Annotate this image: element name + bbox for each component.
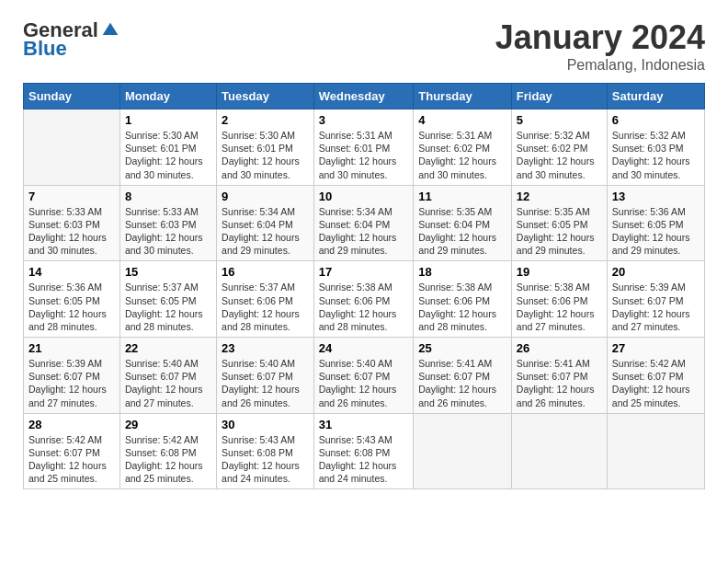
day-info: Sunrise: 5:36 AMSunset: 6:05 PMDaylight:… (612, 205, 700, 258)
day-info: Sunrise: 5:34 AMSunset: 6:04 PMDaylight:… (222, 205, 309, 258)
day-number: 10 (319, 190, 409, 203)
day-info: Sunrise: 5:43 AMSunset: 6:08 PMDaylight:… (319, 433, 409, 486)
day-cell: 18Sunrise: 5:38 AMSunset: 6:06 PMDayligh… (414, 261, 512, 338)
day-info: Sunrise: 5:38 AMSunset: 6:06 PMDaylight:… (418, 281, 506, 333)
day-number: 6 (612, 113, 700, 127)
day-cell: 25Sunrise: 5:41 AMSunset: 6:07 PMDayligh… (414, 338, 512, 414)
day-info: Sunrise: 5:33 AMSunset: 6:03 PMDaylight:… (28, 205, 115, 258)
week-row-3: 14Sunrise: 5:36 AMSunset: 6:05 PMDayligh… (24, 261, 705, 338)
day-cell: 14Sunrise: 5:36 AMSunset: 6:05 PMDayligh… (24, 261, 120, 338)
day-cell: 29Sunrise: 5:42 AMSunset: 6:08 PMDayligh… (119, 413, 216, 489)
day-number: 22 (125, 341, 211, 355)
day-cell: 28Sunrise: 5:42 AMSunset: 6:07 PMDayligh… (24, 413, 120, 489)
day-cell: 6Sunrise: 5:32 AMSunset: 6:03 PMDaylight… (607, 109, 704, 186)
svg-marker-0 (103, 23, 119, 35)
day-cell: 17Sunrise: 5:38 AMSunset: 6:06 PMDayligh… (313, 261, 414, 338)
day-cell: 22Sunrise: 5:40 AMSunset: 6:07 PMDayligh… (119, 338, 216, 414)
header-sunday: Sunday (24, 84, 120, 109)
day-number: 31 (319, 418, 409, 431)
day-info: Sunrise: 5:40 AMSunset: 6:07 PMDaylight:… (319, 357, 409, 409)
month-title: January 2024 (495, 18, 705, 57)
day-number: 9 (222, 190, 309, 203)
day-cell (414, 413, 512, 489)
day-number: 2 (222, 113, 309, 127)
page-header: General Blue January 2024 Pemalang, Indo… (23, 18, 705, 74)
day-cell: 31Sunrise: 5:43 AMSunset: 6:08 PMDayligh… (313, 413, 414, 489)
location: Pemalang, Indonesia (495, 57, 705, 74)
day-info: Sunrise: 5:35 AMSunset: 6:04 PMDaylight:… (418, 205, 506, 258)
day-info: Sunrise: 5:34 AMSunset: 6:04 PMDaylight:… (319, 205, 409, 258)
day-info: Sunrise: 5:42 AMSunset: 6:08 PMDaylight:… (125, 433, 211, 486)
day-cell: 3Sunrise: 5:31 AMSunset: 6:01 PMDaylight… (313, 109, 414, 186)
day-cell: 7Sunrise: 5:33 AMSunset: 6:03 PMDaylight… (24, 185, 120, 261)
header-friday: Friday (511, 84, 607, 109)
header-wednesday: Wednesday (313, 84, 414, 109)
day-info: Sunrise: 5:39 AMSunset: 6:07 PMDaylight:… (612, 281, 700, 333)
day-cell: 21Sunrise: 5:39 AMSunset: 6:07 PMDayligh… (24, 338, 120, 414)
day-number: 3 (319, 113, 409, 127)
day-number: 15 (125, 265, 211, 279)
day-info: Sunrise: 5:39 AMSunset: 6:07 PMDaylight:… (28, 357, 115, 409)
day-cell: 5Sunrise: 5:32 AMSunset: 6:02 PMDaylight… (511, 109, 607, 186)
week-row-1: 1Sunrise: 5:30 AMSunset: 6:01 PMDaylight… (24, 109, 705, 186)
week-row-5: 28Sunrise: 5:42 AMSunset: 6:07 PMDayligh… (24, 413, 705, 489)
title-block: January 2024 Pemalang, Indonesia (495, 18, 705, 74)
day-info: Sunrise: 5:38 AMSunset: 6:06 PMDaylight:… (517, 281, 602, 333)
day-cell: 24Sunrise: 5:40 AMSunset: 6:07 PMDayligh… (313, 338, 414, 414)
day-number: 17 (319, 265, 409, 279)
day-info: Sunrise: 5:35 AMSunset: 6:05 PMDaylight:… (517, 205, 602, 258)
day-number: 19 (517, 265, 602, 279)
day-info: Sunrise: 5:31 AMSunset: 6:01 PMDaylight:… (319, 129, 409, 181)
day-info: Sunrise: 5:32 AMSunset: 6:02 PMDaylight:… (517, 129, 602, 181)
day-number: 14 (28, 265, 115, 279)
day-number: 28 (28, 418, 115, 431)
day-info: Sunrise: 5:41 AMSunset: 6:07 PMDaylight:… (418, 357, 506, 409)
day-info: Sunrise: 5:33 AMSunset: 6:03 PMDaylight:… (125, 205, 211, 258)
day-cell (607, 413, 704, 489)
day-number: 12 (517, 190, 602, 203)
day-number: 7 (28, 190, 115, 203)
day-info: Sunrise: 5:42 AMSunset: 6:07 PMDaylight:… (28, 433, 115, 486)
calendar-header-row: SundayMondayTuesdayWednesdayThursdayFrid… (24, 84, 705, 109)
day-cell: 12Sunrise: 5:35 AMSunset: 6:05 PMDayligh… (511, 185, 607, 261)
day-info: Sunrise: 5:38 AMSunset: 6:06 PMDaylight:… (319, 281, 409, 333)
day-cell: 15Sunrise: 5:37 AMSunset: 6:05 PMDayligh… (119, 261, 216, 338)
day-number: 11 (418, 190, 506, 203)
day-number: 21 (28, 341, 115, 355)
day-number: 13 (612, 190, 700, 203)
day-number: 4 (418, 113, 506, 127)
day-info: Sunrise: 5:30 AMSunset: 6:01 PMDaylight:… (222, 129, 309, 181)
calendar-table: SundayMondayTuesdayWednesdayThursdayFrid… (23, 83, 705, 489)
day-cell: 20Sunrise: 5:39 AMSunset: 6:07 PMDayligh… (607, 261, 704, 338)
day-info: Sunrise: 5:41 AMSunset: 6:07 PMDaylight:… (517, 357, 602, 409)
day-cell (511, 413, 607, 489)
day-number: 26 (517, 341, 602, 355)
day-number: 16 (222, 265, 309, 279)
day-info: Sunrise: 5:37 AMSunset: 6:05 PMDaylight:… (125, 281, 211, 333)
day-info: Sunrise: 5:37 AMSunset: 6:06 PMDaylight:… (222, 281, 309, 333)
day-number: 20 (612, 265, 700, 279)
day-info: Sunrise: 5:36 AMSunset: 6:05 PMDaylight:… (28, 281, 115, 333)
day-number: 1 (125, 113, 211, 127)
day-cell: 8Sunrise: 5:33 AMSunset: 6:03 PMDaylight… (119, 185, 216, 261)
week-row-4: 21Sunrise: 5:39 AMSunset: 6:07 PMDayligh… (24, 338, 705, 414)
day-cell: 10Sunrise: 5:34 AMSunset: 6:04 PMDayligh… (313, 185, 414, 261)
day-number: 24 (319, 341, 409, 355)
day-cell: 27Sunrise: 5:42 AMSunset: 6:07 PMDayligh… (607, 338, 704, 414)
day-info: Sunrise: 5:32 AMSunset: 6:03 PMDaylight:… (612, 129, 700, 181)
logo-icon (101, 21, 119, 40)
day-number: 27 (612, 341, 700, 355)
day-cell: 1Sunrise: 5:30 AMSunset: 6:01 PMDaylight… (119, 109, 216, 186)
day-number: 30 (222, 418, 309, 431)
day-info: Sunrise: 5:30 AMSunset: 6:01 PMDaylight:… (125, 129, 211, 181)
day-cell: 23Sunrise: 5:40 AMSunset: 6:07 PMDayligh… (217, 338, 314, 414)
day-cell: 13Sunrise: 5:36 AMSunset: 6:05 PMDayligh… (607, 185, 704, 261)
day-number: 23 (222, 341, 309, 355)
header-thursday: Thursday (414, 84, 512, 109)
day-cell: 9Sunrise: 5:34 AMSunset: 6:04 PMDaylight… (217, 185, 314, 261)
day-cell: 11Sunrise: 5:35 AMSunset: 6:04 PMDayligh… (414, 185, 512, 261)
week-row-2: 7Sunrise: 5:33 AMSunset: 6:03 PMDaylight… (24, 185, 705, 261)
day-cell: 19Sunrise: 5:38 AMSunset: 6:06 PMDayligh… (511, 261, 607, 338)
header-saturday: Saturday (607, 84, 704, 109)
logo-blue-text: Blue (23, 37, 67, 61)
